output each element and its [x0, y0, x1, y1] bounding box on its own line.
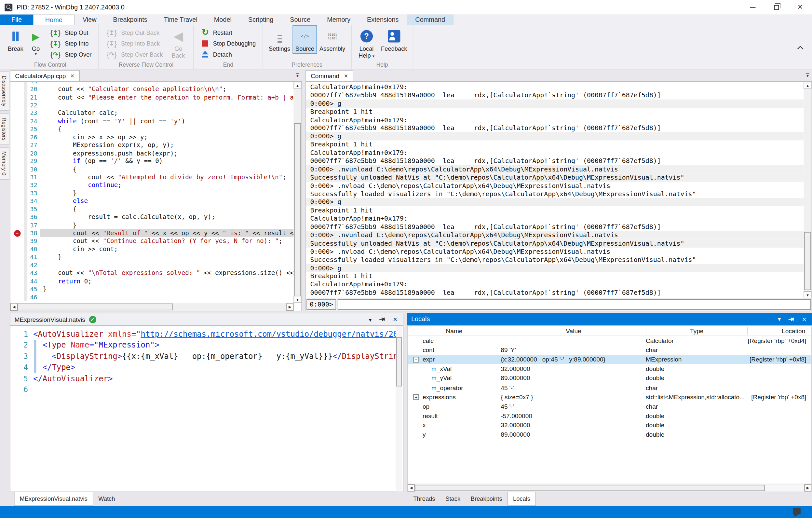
menu-tab-file[interactable]: File	[0, 15, 33, 25]
breakpoint-margin[interactable]	[10, 229, 24, 237]
ribbon-button-stop-debugging[interactable]: Stop Debugging	[198, 38, 259, 49]
column-header-value[interactable]: Value	[501, 327, 646, 334]
scroll-up-icon[interactable]: ▲	[294, 82, 301, 89]
column-header-name[interactable]: Name	[408, 327, 501, 334]
breakpoint-margin[interactable]	[10, 253, 24, 261]
breakpoint-margin[interactable]	[10, 181, 24, 190]
source-horizontal-scrollbar[interactable]: ◀ ▶	[10, 303, 294, 311]
breakpoint-margin[interactable]	[10, 221, 24, 229]
ribbon-button-go[interactable]: Go▾	[26, 26, 45, 58]
bottom-tab-breakpoints[interactable]: Breakpoints	[466, 492, 508, 505]
ribbon-button-step-into-back[interactable]: ↧Step Into Back	[103, 38, 166, 49]
scroll-left-icon[interactable]: ◀	[10, 303, 18, 311]
pane-menu-icon[interactable]	[296, 73, 299, 78]
ribbon-button-restart[interactable]: Restart	[198, 27, 259, 38]
column-header-type[interactable]: Type	[646, 327, 747, 334]
scrollbar-thumb[interactable]	[415, 485, 765, 491]
scrollbar-thumb[interactable]	[18, 304, 173, 310]
close-icon[interactable]	[802, 315, 806, 323]
breakpoint-margin[interactable]	[10, 141, 24, 149]
bottom-tab-threads[interactable]: Threads	[408, 492, 440, 505]
locals-row-m-xval[interactable]: m_xVal32.000000double	[408, 364, 812, 374]
menu-tab-memory[interactable]: Memory	[319, 15, 359, 25]
close-icon[interactable]	[393, 315, 397, 323]
breakpoint-margin[interactable]	[10, 269, 24, 277]
pane-menu-icon[interactable]	[806, 73, 809, 78]
ribbon-button-feedback[interactable]: Feedback	[379, 26, 409, 54]
breakpoint-margin[interactable]	[10, 101, 24, 109]
bottom-tab-stack[interactable]: Stack	[440, 492, 466, 505]
menu-tab-extensions[interactable]: Extensions	[359, 15, 407, 25]
ribbon-button-step-out-back[interactable]: ↥Step Out Back	[103, 27, 166, 38]
bottom-tab-watch[interactable]: Watch	[93, 492, 120, 505]
menu-tab-source[interactable]: Source	[282, 15, 319, 25]
ribbon-collapse-icon[interactable]	[797, 46, 804, 50]
breakpoint-margin[interactable]	[10, 213, 24, 221]
bottom-tab-locals[interactable]: Locals	[507, 492, 536, 505]
close-icon[interactable]	[344, 73, 348, 80]
ribbon-button-step-into[interactable]: ↧Step Into	[46, 38, 95, 49]
scrollbar-thumb[interactable]	[294, 123, 301, 297]
breakpoint-margin[interactable]	[10, 293, 24, 301]
breakpoint-margin[interactable]	[10, 117, 24, 125]
breakpoint-margin[interactable]	[10, 277, 24, 285]
close-icon[interactable]	[70, 73, 75, 80]
menu-tab-model[interactable]: Model	[206, 15, 240, 25]
breakpoint-margin[interactable]	[10, 149, 24, 157]
ribbon-button-step-out[interactable]: ↥Step Out	[46, 27, 95, 38]
tab-calculatorapp-cpp[interactable]: CalculatorApp.cpp	[10, 70, 79, 81]
close-button[interactable]	[788, 0, 812, 15]
locals-horizontal-scrollbar[interactable]: ◀ ▶	[408, 484, 812, 492]
source-vertical-scrollbar[interactable]: ▲ ▼	[294, 82, 301, 303]
minimize-button[interactable]	[741, 0, 764, 15]
ribbon-button-detach[interactable]: Detach	[198, 49, 259, 60]
scroll-down-icon[interactable]: ▼	[294, 296, 301, 303]
breakpoint-margin[interactable]	[10, 245, 24, 253]
side-tab-disassembly[interactable]: Disassembly	[0, 71, 9, 111]
side-tab-registers[interactable]: Registers	[0, 113, 9, 144]
locals-row-y[interactable]: y89.000000double	[408, 430, 812, 439]
ribbon-button-go-back[interactable]: Go Back	[167, 26, 190, 60]
ribbon-button-step-over-back[interactable]: ↷Step Over Back	[103, 49, 166, 60]
restore-button[interactable]	[764, 0, 788, 15]
breakpoint-margin[interactable]	[10, 109, 24, 117]
pane-dropdown-icon[interactable]	[778, 315, 781, 322]
current-line-breakpoint-icon[interactable]	[14, 230, 21, 236]
source-code-area[interactable]: 1920 cout << "Calculator console applica…	[10, 82, 294, 303]
natvis-vertical-scrollbar[interactable]	[396, 326, 402, 491]
breakpoint-margin[interactable]	[10, 93, 24, 101]
locals-row-x[interactable]: x32.000000double	[408, 421, 812, 430]
breakpoint-margin[interactable]	[10, 205, 24, 213]
breakpoint-margin[interactable]	[10, 85, 24, 93]
menu-tab-command[interactable]: Command	[407, 15, 454, 25]
pin-icon[interactable]	[378, 315, 386, 323]
menu-tab-view[interactable]: View	[74, 15, 105, 25]
expand-icon[interactable]: +	[413, 394, 419, 400]
breakpoint-margin[interactable]	[10, 197, 24, 205]
breakpoint-margin[interactable]	[10, 285, 24, 293]
breakpoint-margin[interactable]	[10, 189, 24, 197]
pane-dropdown-icon[interactable]	[369, 316, 372, 323]
menu-tab-time-travel[interactable]: Time Travel	[155, 15, 206, 25]
breakpoint-margin[interactable]	[10, 82, 24, 85]
column-header-location[interactable]: Location	[747, 327, 811, 334]
scrollbar-thumb[interactable]	[396, 337, 402, 386]
breakpoint-margin[interactable]	[10, 125, 24, 134]
locals-row-cont[interactable]: cont89 'Y'char	[408, 346, 812, 355]
menu-tab-breakpoints[interactable]: Breakpoints	[105, 15, 155, 25]
breakpoint-margin[interactable]	[10, 173, 24, 181]
natvis-code-area[interactable]: 1<AutoVisualizer xmlns="http://schemas.m…	[10, 328, 396, 477]
scrollbar-thumb[interactable]	[804, 232, 811, 290]
collapse-icon[interactable]: −	[413, 356, 419, 363]
breakpoint-margin[interactable]	[10, 237, 24, 245]
scroll-right-icon[interactable]: ▶	[804, 484, 811, 491]
locals-row-calc[interactable]: calcCalculator[Register 'rbp' +0xd4]	[408, 336, 812, 346]
breakpoint-margin[interactable]	[10, 157, 24, 165]
scroll-left-icon[interactable]: ◀	[408, 484, 415, 491]
menu-tab-home[interactable]: Home	[33, 15, 74, 25]
tab-command[interactable]: Command	[306, 70, 353, 81]
pin-icon[interactable]	[787, 315, 795, 323]
locals-row-expr[interactable]: −expr{x:32.000000 op:45 '-' y:89.000000}…	[408, 355, 812, 365]
scroll-up-icon[interactable]: ▲	[804, 82, 811, 89]
breakpoint-margin[interactable]	[10, 261, 24, 269]
